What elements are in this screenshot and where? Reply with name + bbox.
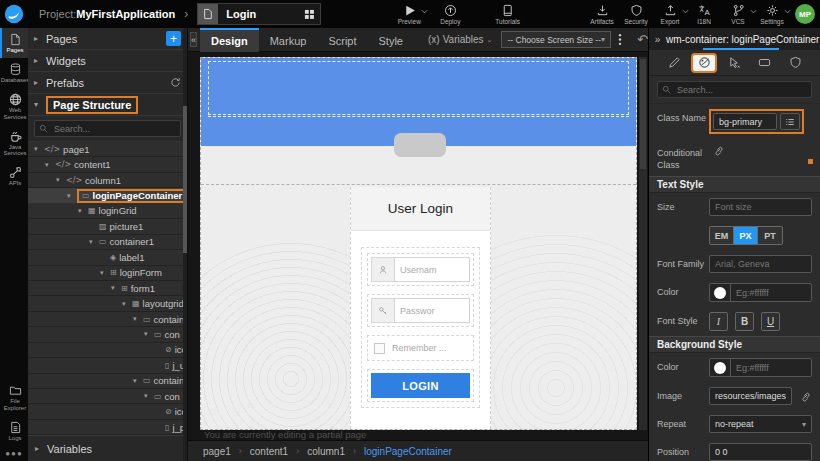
picture-placeholder[interactable]	[394, 133, 446, 157]
collapse-right-panel-button[interactable]: »	[649, 34, 666, 45]
refresh-icon[interactable]	[170, 77, 181, 88]
bg-repeat-select[interactable]: no-repeat ▾	[709, 415, 812, 433]
header-action-export[interactable]: Export	[658, 4, 682, 25]
unit-button-em[interactable]: EM	[710, 227, 734, 244]
rail-item-databases[interactable]: Databases	[0, 58, 28, 88]
section-pages[interactable]: ▸ Pages +	[28, 28, 187, 50]
header-action-settings[interactable]: Settings	[760, 4, 784, 25]
tree-item-loginForm[interactable]: ▾⊞loginForm	[28, 266, 187, 281]
section-page-structure-label: Page Structure	[53, 99, 131, 111]
class-list-button[interactable]	[780, 113, 800, 130]
styles-search-input[interactable]	[675, 84, 807, 96]
color-swatch[interactable]	[714, 362, 726, 374]
bg-image-input[interactable]	[709, 387, 792, 405]
font-size-input[interactable]	[709, 198, 812, 216]
tab-styles[interactable]	[691, 53, 717, 73]
tab-properties[interactable]	[661, 53, 687, 73]
font-style-button-i[interactable]: I	[709, 312, 728, 331]
tree-search-input[interactable]	[52, 123, 176, 135]
tree-item-label1[interactable]: ◈label1	[28, 250, 187, 265]
rail-item-logs[interactable]: Logs	[0, 416, 28, 446]
tab-device[interactable]	[752, 53, 778, 73]
color-swatch[interactable]	[714, 287, 726, 299]
rail-item-pages[interactable]: Pages	[0, 28, 28, 58]
tree-item-container[interactable]: ▾▭container	[28, 312, 187, 327]
canvas-scrollbar[interactable]	[639, 57, 647, 430]
link-icon[interactable]	[713, 144, 725, 156]
more-options-button[interactable]	[618, 33, 622, 46]
tree-item-column1[interactable]: ▾</>column1	[28, 173, 187, 188]
tab-events[interactable]	[722, 53, 748, 73]
rail-item-web-services[interactable]: Web Services	[0, 88, 28, 125]
section-widgets[interactable]: ▸ Widgets	[28, 50, 187, 72]
design-canvas[interactable]: User Login	[200, 57, 637, 430]
rail-item-file-explorer[interactable]: File Explorer	[0, 379, 28, 416]
rail-item-label: Web Services	[2, 107, 28, 121]
tab-security[interactable]	[782, 53, 808, 73]
header-action-artifacts[interactable]: Artifacts	[590, 4, 614, 25]
font-style-button-b[interactable]: B	[735, 312, 754, 331]
unit-button-pt[interactable]: PT	[758, 227, 782, 244]
left-panel-scrollbar[interactable]	[183, 28, 187, 461]
header-action-preview[interactable]: Preview	[397, 4, 421, 25]
screen-size-select[interactable]: -- Choose Screen Size -- ▾	[501, 31, 611, 48]
tree-item-ico[interactable]: ⊘ico	[28, 404, 187, 419]
user-avatar[interactable]: MP	[795, 4, 815, 24]
link-icon[interactable]	[800, 390, 812, 402]
header-action-vcs[interactable]: VCS	[726, 4, 750, 25]
toolbar-tab-markup[interactable]: Markup	[259, 28, 318, 52]
tree-item-label: con	[165, 391, 180, 402]
section-page-structure[interactable]: ▾ Page Structure	[28, 94, 187, 116]
tree-item-ico[interactable]: ⊘ico	[28, 343, 187, 358]
tree-item-con[interactable]: ▾▭con	[28, 389, 187, 404]
tree-item-layoutgrid2[interactable]: ▾▦layoutgrid2	[28, 296, 187, 311]
font-style-button-u[interactable]: U	[761, 312, 780, 331]
tree-item-j_us[interactable]: ▯j_us	[28, 358, 187, 373]
rail-item-apis[interactable]: APIs	[0, 161, 28, 191]
header-action-security[interactable]: Security	[624, 4, 648, 25]
tree-item-picture1[interactable]: ▨picture1	[28, 219, 187, 234]
font-family-input[interactable]	[709, 255, 812, 273]
breadcrumb-current[interactable]: loginPageContainer	[364, 446, 452, 457]
unit-button-px[interactable]: PX	[734, 227, 758, 244]
section-variables[interactable]: ▸ Variables	[28, 435, 187, 461]
add-page-button[interactable]: +	[166, 31, 181, 46]
password-input[interactable]	[394, 298, 470, 323]
rail-item-java-services[interactable]: Java Services	[0, 125, 28, 162]
toolbar-tab-design[interactable]: Design	[200, 28, 259, 52]
rail-more-button[interactable]: ●●●	[0, 446, 28, 458]
breadcrumb-item-page1[interactable]: page1	[203, 446, 231, 457]
breadcrumb-item-content1[interactable]: content1	[250, 446, 288, 457]
section-prefabs[interactable]: ▸ Prefabs	[28, 72, 187, 94]
bg-position-input[interactable]	[709, 443, 812, 461]
collapse-left-panel-button[interactable]: «	[190, 32, 197, 47]
tree-item-loginPageContainer[interactable]: ▾▭loginPageContainer	[28, 188, 187, 203]
header-action-tutorials[interactable]: Tutorials	[495, 4, 520, 25]
tree-item-form1[interactable]: ▾⊞form1	[28, 281, 187, 296]
tree-item-content1[interactable]: ▾</>content1	[28, 157, 187, 172]
remember-checkbox[interactable]	[374, 343, 385, 354]
undo-button[interactable]: ↶	[637, 32, 648, 47]
tree-item-loginGrid[interactable]: ▾▦loginGrid	[28, 204, 187, 219]
toolbar-tab-style[interactable]: Style	[368, 28, 414, 52]
chevron-down-icon	[421, 8, 428, 16]
login-button[interactable]: LOGIN	[371, 373, 470, 398]
tree-item-container1[interactable]: ▾▭container1	[28, 235, 187, 250]
text-color-placeholder: Eg:#ffffff	[731, 288, 769, 298]
breadcrumb-item-column1[interactable]: column1	[307, 446, 345, 457]
tree-item-page1[interactable]: ▾</>page1	[28, 142, 187, 157]
grid-icon[interactable]	[304, 9, 315, 20]
username-input[interactable]	[394, 257, 470, 282]
variables-menu[interactable]: (x) Variables ⌄	[428, 34, 493, 45]
page-tab-login[interactable]: Login	[197, 3, 321, 25]
wavemaker-logo-icon[interactable]	[1, 1, 27, 27]
text-color-picker[interactable]: Eg:#ffffff	[709, 283, 812, 302]
tree-item-j_pa[interactable]: ▯j_pa	[28, 420, 187, 435]
class-name-input[interactable]	[713, 113, 777, 130]
header-action-i18n[interactable]: AI18N	[692, 4, 716, 25]
toolbar-tab-script[interactable]: Script	[317, 28, 367, 52]
tree-item-container[interactable]: ▾▭container	[28, 374, 187, 389]
header-action-deploy[interactable]: Deploy	[438, 4, 462, 25]
tree-item-con[interactable]: ▾▭con	[28, 327, 187, 342]
bg-color-picker[interactable]: Eg:#ffffff	[709, 358, 812, 377]
